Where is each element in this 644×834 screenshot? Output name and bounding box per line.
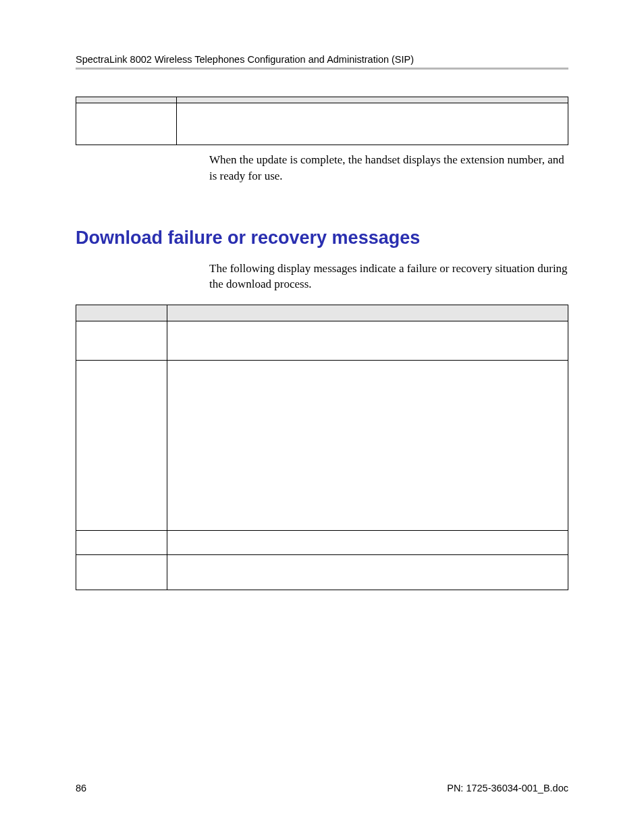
- body-paragraph: The following display messages indicate …: [209, 261, 568, 293]
- table-cell: [167, 531, 568, 555]
- table-cell: [76, 555, 167, 590]
- table-header-cell: [76, 305, 167, 321]
- messages-table: [76, 305, 568, 590]
- table-header-cell: [177, 97, 568, 103]
- table-row: [76, 361, 568, 531]
- table-header-cell: [167, 305, 568, 321]
- table-cell: [76, 103, 177, 145]
- table-row: [76, 555, 568, 590]
- table-cell: [167, 361, 568, 531]
- table-cell: [76, 321, 167, 361]
- page-content: SpectraLink 8002 Wireless Telephones Con…: [0, 0, 644, 590]
- document-id: PN: 1725-36034-001_B.doc: [447, 783, 568, 793]
- table-header-row: [76, 97, 568, 103]
- table-cell: [177, 103, 568, 145]
- header-rule: [76, 68, 568, 70]
- table-cell: [167, 555, 568, 590]
- section-heading: Download failure or recovery messages: [76, 228, 568, 249]
- body-paragraph: When the update is complete, the handset…: [209, 152, 568, 184]
- table-cell: [167, 321, 568, 361]
- table-header-cell: [76, 97, 177, 103]
- page-number: 86: [76, 783, 86, 793]
- table-row: [76, 321, 568, 361]
- table-header-row: [76, 305, 568, 321]
- running-header: SpectraLink 8002 Wireless Telephones Con…: [76, 54, 568, 65]
- status-table-1: [76, 97, 568, 145]
- table-row: [76, 531, 568, 555]
- page-footer: 86 PN: 1725-36034-001_B.doc: [76, 783, 568, 793]
- table-cell: [76, 361, 167, 531]
- table-row: [76, 103, 568, 145]
- table-cell: [76, 531, 167, 555]
